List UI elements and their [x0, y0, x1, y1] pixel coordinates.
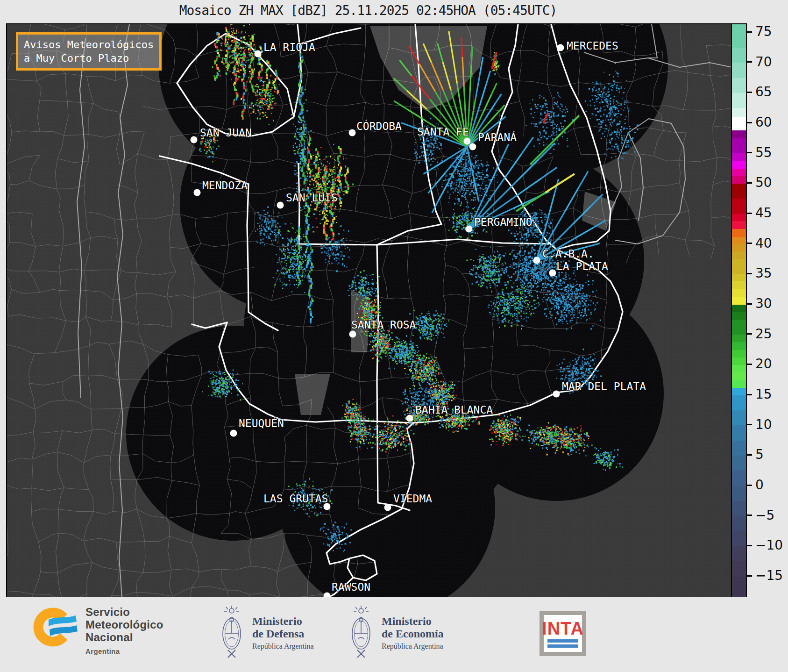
colorbar-tick	[747, 92, 752, 93]
colorbar-segment	[732, 335, 746, 343]
colorbar-tick	[747, 364, 752, 365]
city-label: RAWSON	[332, 581, 370, 593]
colorbar-tick	[747, 243, 752, 244]
city-label: MAR DEL PLATA	[562, 380, 646, 393]
radar-map: MERCEDESLA RIOJASAN JUANCÓRDOBASANTA FEP…	[7, 24, 731, 597]
colorbar-segment	[732, 251, 746, 260]
ministerio-economia-text: Ministerio de Economía República Argenti…	[382, 615, 444, 651]
colorbar-segment	[732, 117, 746, 131]
inta-bar	[547, 639, 578, 643]
colorbar-segment	[732, 471, 746, 486]
colorbar-segment	[732, 24, 746, 48]
city-label: C.A.B.A.	[542, 248, 594, 260]
colorbar-tick-label: 45	[755, 205, 788, 221]
colorbar-tick-label: −15	[755, 568, 788, 583]
colorbar-segment	[732, 169, 746, 177]
colorbar-segment	[732, 312, 746, 320]
colorbar-segment	[732, 48, 746, 63]
city-label: MENDOZA	[202, 179, 248, 192]
colorbar-tick	[747, 213, 752, 214]
smn-line: Meteorológico	[85, 618, 163, 631]
ministry-line: de Economía	[382, 628, 444, 640]
ministry-subline: República Argentina	[252, 642, 314, 651]
smn-line: Argentina	[85, 645, 163, 658]
colorbar-segment	[732, 130, 746, 139]
footer: Servicio Meteorológico Nacional Argentin…	[0, 597, 788, 672]
colorbar-segment	[732, 274, 746, 282]
colorbar-segment	[732, 297, 746, 305]
advisory-line-2: a Muy Corto Plazo	[24, 51, 154, 65]
city-label: LA PLATA	[556, 260, 608, 272]
colorbar-tick-label: 35	[755, 265, 788, 281]
colorbar-tick	[747, 485, 752, 486]
colorbar-tick-label: 40	[755, 236, 788, 251]
colorbar-tick-label: −5	[755, 508, 788, 523]
smn-logo-icon	[28, 601, 79, 652]
colorbar-tick	[747, 545, 752, 546]
colorbar-tick-label: 15	[755, 386, 788, 402]
smn-logo-text: Servicio Meteorológico Nacional Argentin…	[85, 606, 163, 658]
city-mercedes: MERCEDES	[557, 40, 618, 52]
colorbar-segment	[732, 289, 746, 298]
inta-logo: INTA	[540, 611, 586, 656]
colorbar-segment	[732, 221, 746, 229]
colorbar-segment	[732, 456, 746, 471]
colorbar-segment	[732, 161, 746, 169]
colorbar-segment	[732, 153, 746, 161]
ministerio-defensa-text: Ministerio de Defensa República Argentin…	[252, 615, 314, 651]
colorbar-tick-label: 25	[755, 326, 788, 342]
smn-line: Nacional	[85, 631, 163, 643]
city-label: SANTA ROSA	[351, 319, 416, 331]
colorbar-tick	[747, 61, 752, 63]
ministry-line: Ministerio	[252, 615, 314, 628]
page-title: Mosaico ZH MAX [dBZ] 25.11.2025 02:45HOA…	[6, 3, 730, 18]
city-label: MERCEDES	[567, 40, 618, 52]
inta-logo-text: INTA	[542, 620, 584, 637]
city-label: NEUQUÉN	[239, 417, 284, 429]
colorbar-tick	[747, 152, 752, 153]
colorbar-segment	[732, 357, 746, 365]
city-label: PARANÁ	[478, 131, 517, 143]
colorbar-segment	[732, 199, 746, 214]
colorbar-segment	[732, 108, 746, 117]
colorbar-segment	[732, 259, 746, 275]
inta-bar	[547, 644, 578, 648]
colorbar: 757065605550454035302520151050−5−10−15	[731, 23, 788, 596]
colorbar-tick-label: 65	[755, 84, 788, 100]
colorbar-segment	[732, 305, 746, 313]
colorbar-segment	[732, 388, 746, 396]
city-label: VIEDMA	[393, 493, 432, 505]
ministry-subline: República Argentina	[382, 642, 444, 651]
colorbar-tick	[747, 122, 752, 123]
colorbar-tick-label: 5	[755, 447, 788, 462]
colorbar-segment	[732, 320, 746, 335]
city-label: CÓRDOBA	[356, 120, 402, 132]
coat-of-arms-defensa-icon	[220, 606, 244, 660]
colorbar-segment	[732, 138, 746, 154]
city-label: SAN JUAN	[200, 127, 252, 139]
colorbar-tick-label: 30	[755, 296, 788, 311]
colorbar-segment	[732, 214, 746, 222]
colorbar-segment	[732, 176, 746, 184]
colorbar-segment	[732, 237, 746, 245]
colorbar-segment	[732, 380, 746, 388]
smn-line: Servicio	[85, 606, 163, 618]
colorbar-segment	[732, 410, 746, 426]
colorbar-tick	[747, 515, 752, 516]
colorbar-tick	[747, 424, 752, 425]
colorbar-tick-label: 70	[755, 54, 788, 70]
colorbar-segment	[732, 365, 746, 373]
coat-of-arms-economia-icon	[349, 606, 373, 660]
colorbar-tick-label: 20	[755, 356, 788, 372]
city-label: LA RIOJA	[263, 41, 315, 53]
colorbar-tick	[747, 394, 752, 395]
colorbar-tick-label: 55	[755, 145, 788, 160]
advisory-box: Avisos Meteorológicos a Muy Corto Plazo	[16, 32, 162, 71]
colorbar-tick-label: 60	[755, 114, 788, 130]
radar-map-panel: MERCEDESLA RIOJASAN JUANCÓRDOBASANTA FEP…	[6, 23, 732, 598]
colorbar-segment	[732, 93, 746, 108]
colorbar-tick	[747, 575, 752, 577]
colorbar-tick	[747, 454, 752, 456]
colorbar-tick	[747, 273, 752, 274]
advisory-line-1: Avisos Meteorológicos	[24, 38, 154, 51]
